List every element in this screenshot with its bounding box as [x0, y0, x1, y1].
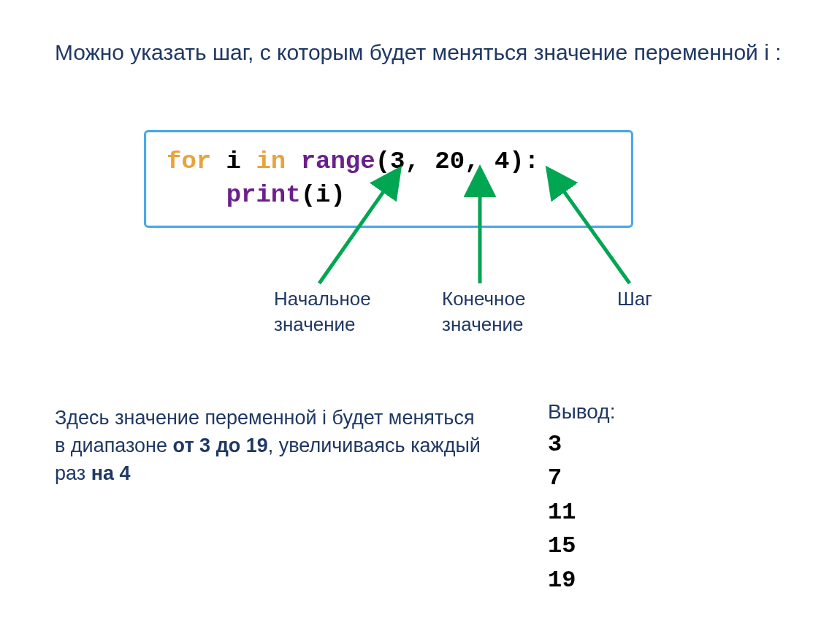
fn-range: range [301, 148, 375, 175]
output-values: 3 7 11 15 19 [548, 428, 615, 597]
code-args: (3, 20, 4): [375, 148, 539, 175]
code-var-i: i [211, 148, 256, 175]
label-start-value: Начальное значение [274, 286, 371, 337]
output-line: 11 [548, 496, 615, 529]
output-line: 3 [548, 428, 615, 462]
code-indent [167, 181, 226, 209]
slide: Можно указать шаг, с которым будет менят… [0, 0, 840, 631]
explanation-text: Здесь значение переменной i будет менять… [55, 405, 486, 487]
keyword-in: in [256, 148, 286, 175]
explain-bold1: от 3 до 19 [173, 435, 268, 456]
label-end-value: Конечное значение [442, 286, 525, 337]
output-line: 15 [548, 529, 615, 563]
label-step: Шаг [617, 286, 652, 312]
keyword-for: for [167, 148, 211, 175]
explain-bold2: на 4 [91, 462, 131, 484]
code-block: for i in range(3, 20, 4): print(i) [144, 130, 633, 228]
intro-text: Можно указать шаг, с которым будет менят… [55, 38, 782, 68]
output-line: 7 [548, 462, 615, 495]
output-block: Вывод: 3 7 11 15 19 [548, 400, 615, 597]
code-space [286, 148, 300, 175]
output-title: Вывод: [548, 400, 615, 424]
code-print-arg: (i) [301, 181, 345, 209]
output-line: 19 [548, 564, 615, 597]
fn-print: print [226, 181, 301, 209]
